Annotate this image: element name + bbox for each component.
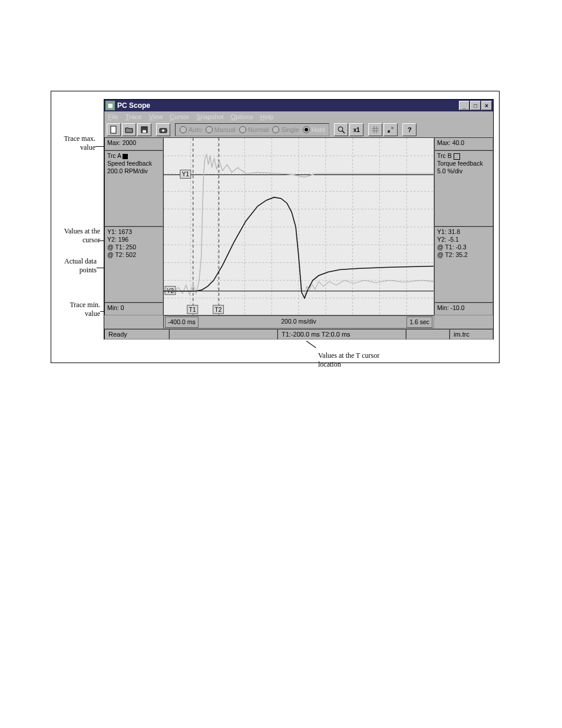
trace-a-max: Max: 2000	[104, 137, 163, 150]
annot-trace-max: Trace max. value	[54, 134, 95, 152]
trigger-mode-group: Auto Manual Normal Single Hold	[175, 123, 329, 136]
cursor-tag-t1: T1	[187, 305, 198, 314]
toolbar: Auto Manual Normal Single Hold x1 ?	[104, 122, 493, 137]
trace-b-name: Torque feedback	[437, 160, 490, 167]
svg-rect-7	[388, 130, 390, 133]
plot-svg: Y1 Y2 T1 T2	[164, 138, 434, 315]
menu-options[interactable]: Options	[231, 113, 253, 120]
trace-a-t1: @ T1: 250	[107, 243, 160, 251]
cursor-tag-t2: T2	[213, 305, 224, 314]
new-icon	[110, 126, 117, 134]
trace-a-marker	[123, 154, 128, 159]
save-icon	[141, 126, 148, 133]
window-title: PC Scope	[117, 101, 150, 110]
time-axis: -400.0 ms 200.0 ms/div 1.6 sec	[163, 315, 434, 328]
menubar: File Trace View Cursor Snapshot Options …	[104, 111, 493, 122]
trace-b-t1: @ T1: -0.3	[437, 243, 490, 251]
open-icon	[125, 126, 133, 133]
svg-point-5	[338, 127, 343, 131]
page: Trace max. value Values at the cursor Ac…	[0, 0, 562, 728]
svg-line-6	[342, 131, 345, 133]
mode-hold-label: Hold	[312, 126, 325, 133]
trace-a-scale: 200.0 RPM/div	[107, 167, 160, 175]
maximize-button[interactable]: □	[470, 101, 481, 110]
svg-rect-8	[391, 127, 394, 129]
status-cursor: T1:-200.0 ms T2:0.0 ms	[277, 329, 406, 340]
trace-a-panel: Trc A Speed feedback 200.0 RPM/div Y1: 1…	[104, 150, 163, 302]
zoom-icon	[338, 126, 345, 134]
menu-cursor[interactable]: Cursor	[170, 113, 189, 120]
plot-area[interactable]: Y1 Y2 T1 T2	[163, 137, 434, 315]
help-button[interactable]: ?	[402, 123, 416, 136]
open-button[interactable]	[122, 123, 136, 136]
mode-auto-label: Auto	[189, 126, 202, 133]
time-start: -400.0 ms	[165, 317, 199, 328]
trace-b-scale: 5.0 %/div	[437, 167, 490, 175]
mode-hold[interactable]: Hold	[303, 126, 325, 133]
svg-text:Y1: Y1	[182, 171, 190, 177]
trace-b-label: Trc B	[437, 152, 452, 159]
trace-b-y2: Y2: -5.1	[437, 236, 490, 243]
grid-button[interactable]	[368, 123, 382, 136]
svg-rect-2	[143, 130, 146, 133]
svg-rect-0	[111, 126, 116, 133]
svg-text:T2: T2	[215, 307, 222, 313]
status-spacer2	[406, 329, 449, 340]
zoom-button[interactable]	[334, 123, 348, 136]
status-spacer1	[169, 329, 277, 340]
mode-single-label: Single	[281, 126, 299, 133]
minimize-button[interactable]: _	[459, 101, 470, 110]
time-end: 1.6 sec	[406, 317, 432, 328]
annot-trace-min: Trace min. value	[54, 301, 100, 318]
status-file: im.trc	[449, 329, 493, 340]
trace-b-path	[164, 197, 434, 298]
grid-icon	[372, 126, 379, 133]
svg-point-4	[162, 129, 164, 131]
titlebar[interactable]: ▦ PC Scope _ □ ×	[104, 100, 493, 111]
trace-a-cursor-values: Y1: 1673 Y2: 196 @ T1: 250 @ T2: 502	[104, 226, 163, 302]
trace-a-y1: Y1: 1673	[107, 228, 160, 236]
trace-b-max: Max: 40.0	[434, 137, 493, 150]
mode-normal-label: Normal	[248, 126, 269, 133]
trace-a-info: Trc A Speed feedback 200.0 RPM/div	[104, 150, 163, 226]
app-icon: ▦	[105, 101, 115, 110]
trace-a-y2: Y2: 196	[107, 236, 160, 243]
mode-auto[interactable]: Auto	[180, 126, 202, 133]
menu-trace[interactable]: Trace	[125, 113, 142, 120]
camera-icon	[159, 127, 167, 133]
trace-noise	[305, 281, 434, 295]
annot-t-cursor: Values at the T cursor location	[318, 351, 395, 369]
channels-button[interactable]	[384, 123, 398, 136]
work-area: Max: 2000 Max: 40.0 Trc A Speed feedback…	[104, 137, 493, 328]
annot-actual-data: Actual data points	[54, 257, 97, 275]
trace-b-y1: Y1: 31.8	[437, 228, 490, 236]
mode-normal[interactable]: Normal	[239, 126, 269, 133]
annot-values-cursor: Values at the cursor	[54, 227, 100, 245]
cursor-tag-y1: Y1	[180, 170, 191, 178]
menu-help[interactable]: Help	[260, 113, 274, 120]
trace-a-min: Min: 0	[104, 302, 163, 315]
trace-a-t2: @ T2: 502	[107, 251, 160, 259]
zoom-level-button[interactable]: x1	[349, 123, 363, 136]
channels-icon	[387, 126, 394, 133]
mode-manual-label: Manual	[214, 126, 236, 133]
snapshot-button[interactable]	[156, 123, 170, 136]
save-button[interactable]	[137, 123, 151, 136]
trace-b-marker	[454, 153, 460, 160]
app-window: ▦ PC Scope _ □ × File Trace View Cursor …	[104, 99, 494, 340]
status-ready: Ready	[104, 329, 169, 340]
menu-snapshot[interactable]: Snapshot	[196, 113, 224, 120]
new-button[interactable]	[107, 123, 121, 136]
close-button[interactable]: ×	[481, 101, 492, 110]
trace-b-panel: Trc B Torque feedback 5.0 %/div Y1: 31.8…	[434, 150, 493, 302]
trace-a-label: Trc A	[107, 152, 121, 159]
trace-a-name: Speed feedback	[107, 160, 160, 167]
menu-view[interactable]: View	[148, 113, 163, 120]
mode-single[interactable]: Single	[272, 126, 299, 133]
mode-manual[interactable]: Manual	[206, 126, 236, 133]
svg-text:T1: T1	[189, 307, 196, 313]
menu-file[interactable]: File	[108, 113, 118, 120]
statusbar: Ready T1:-200.0 ms T2:0.0 ms im.trc	[104, 328, 493, 340]
trace-b-cursor-values: Y1: 31.8 Y2: -5.1 @ T1: -0.3 @ T2: 35.2	[434, 226, 493, 302]
trace-b-t2: @ T2: 35.2	[437, 251, 490, 259]
